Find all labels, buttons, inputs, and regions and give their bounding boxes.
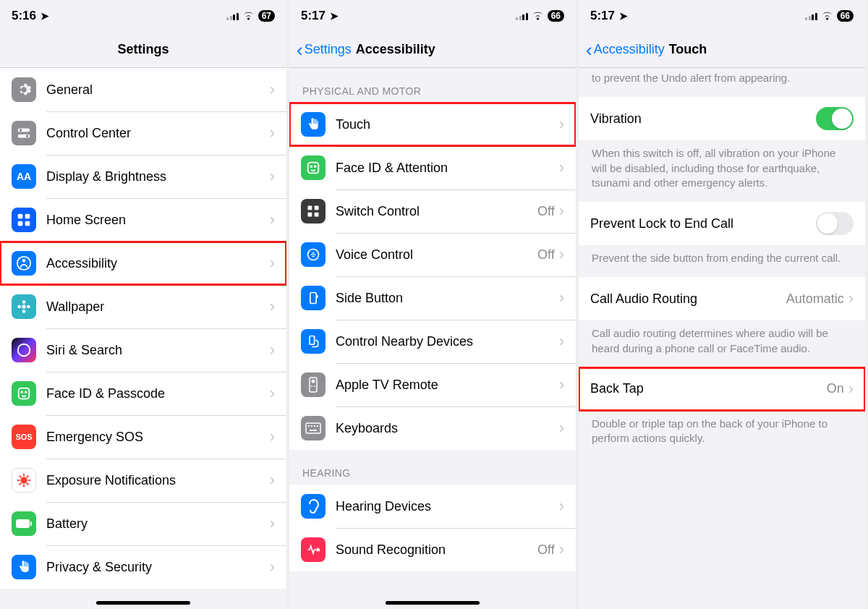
svg-rect-36 — [315, 213, 319, 217]
chevron-right-icon: › — [270, 80, 275, 99]
svg-point-8 — [17, 257, 30, 270]
row-label: General — [46, 82, 270, 98]
svg-point-3 — [26, 135, 29, 137]
home-indicator[interactable] — [386, 601, 480, 605]
switch-icon — [301, 199, 326, 223]
row-side-button[interactable]: Side Button› — [289, 276, 576, 320]
svg-point-32 — [315, 166, 316, 167]
status-bar: 5:17 ➤ 66 — [289, 0, 576, 32]
svg-point-19 — [20, 477, 27, 483]
toggle-prevent-lock[interactable] — [816, 212, 854, 235]
svg-rect-48 — [314, 425, 315, 427]
svg-point-43 — [311, 386, 312, 387]
row-value: On — [827, 381, 844, 396]
person-icon — [12, 251, 36, 276]
status-time: 5:17 — [301, 9, 326, 23]
row-apple-tv-remote[interactable]: Apple TV Remote› — [289, 363, 576, 406]
svg-rect-39 — [317, 295, 318, 298]
home-indicator[interactable] — [96, 601, 190, 605]
toggle-vibration[interactable] — [816, 107, 854, 130]
row-call-audio-routing[interactable]: Call Audio Routing Automatic › — [579, 277, 865, 320]
row-face-id-passcode[interactable]: Face ID & Passcode› — [0, 372, 286, 415]
chevron-right-icon: › — [270, 341, 275, 359]
touch-settings[interactable]: to prevent the Undo alert from appearing… — [579, 68, 865, 609]
svg-line-26 — [20, 483, 22, 485]
accessibility-list[interactable]: Physical and Motor Touch›Face ID & Atten… — [289, 68, 576, 609]
row-exposure-notifications[interactable]: Exposure Notifications› — [0, 459, 286, 502]
row-label: Keyboards — [336, 421, 559, 436]
row-vibration[interactable]: Vibration — [579, 97, 865, 140]
svg-rect-7 — [25, 221, 30, 226]
row-voice-control[interactable]: Voice ControlOff› — [289, 233, 576, 276]
SOS-icon: SOS — [12, 425, 36, 449]
row-control-center[interactable]: Control Center› — [0, 111, 286, 155]
kb-icon — [301, 416, 326, 440]
chevron-right-icon: › — [559, 202, 564, 221]
settings-list[interactable]: General›Control Center›AADisplay & Brigh… — [0, 68, 286, 609]
row-label: Privacy & Security — [46, 560, 270, 575]
chevron-left-icon: ‹ — [297, 41, 303, 59]
desc-back-tap: Double or triple tap on the back of your… — [579, 411, 865, 458]
row-keyboards[interactable]: Keyboards› — [289, 406, 576, 450]
chevron-right-icon: › — [559, 375, 564, 394]
section-hearing: Hearing — [289, 450, 576, 485]
section-physical-motor: Physical and Motor — [289, 68, 576, 103]
row-accessibility[interactable]: Accessibility› — [0, 242, 286, 285]
row-general[interactable]: General› — [0, 68, 286, 111]
row-siri-search[interactable]: Siri & Search› — [0, 328, 286, 372]
back-button[interactable]: ‹ Accessibility — [586, 41, 665, 59]
row-privacy-security[interactable]: Privacy & Security› — [0, 545, 286, 589]
svg-rect-47 — [311, 425, 312, 427]
row-label: Vibration — [590, 111, 816, 127]
row-label: Home Screen — [46, 213, 270, 228]
wifi-icon — [242, 10, 255, 22]
row-label: Side Button — [336, 291, 559, 306]
nav-bar: ‹ Accessibility Touch — [579, 32, 865, 68]
svg-point-15 — [18, 344, 30, 357]
row-label: Sound Recognition — [336, 542, 537, 558]
row-sound-recognition[interactable]: Sound RecognitionOff› — [289, 528, 576, 571]
row-label: Display & Brightness — [46, 169, 270, 184]
cellular-icon — [516, 12, 528, 20]
cellular-icon — [805, 12, 817, 20]
row-wallpaper[interactable]: Wallpaper› — [0, 285, 286, 328]
voice-icon — [301, 242, 326, 267]
row-label: Apple TV Remote — [336, 378, 559, 393]
chevron-right-icon: › — [270, 558, 275, 576]
virus-icon — [12, 468, 36, 493]
row-switch-control[interactable]: Switch ControlOff› — [289, 189, 576, 233]
row-label: Hearing Devices — [336, 499, 559, 514]
remote-icon — [301, 372, 326, 397]
chevron-right-icon: › — [270, 384, 275, 403]
batt-icon — [12, 511, 36, 536]
svg-point-44 — [314, 386, 315, 387]
row-control-nearby-devices[interactable]: Control Nearby Devices› — [289, 320, 576, 363]
row-label: Voice Control — [336, 247, 537, 263]
svg-point-51 — [317, 548, 319, 550]
battery-indicator: 66 — [548, 10, 564, 22]
row-back-tap[interactable]: Back Tap On › — [579, 367, 865, 411]
face-icon — [12, 381, 36, 406]
row-display-brightness[interactable]: AADisplay & Brightness› — [0, 155, 286, 198]
row-label: Battery — [46, 516, 270, 532]
row-value: Off — [537, 204, 555, 219]
row-emergency-sos[interactable]: SOSEmergency SOS› — [0, 415, 286, 459]
screen-touch: 5:17 ➤ 66 ‹ Accessibility Touch to preve… — [579, 0, 865, 609]
status-bar: 5:16 ➤ 67 — [0, 0, 286, 32]
row-hearing-devices[interactable]: Hearing Devices› — [289, 485, 576, 528]
row-face-id-attention[interactable]: Face ID & Attention› — [289, 146, 576, 189]
row-label: Back Tap — [590, 381, 827, 396]
screen-accessibility: 5:17 ➤ 66 ‹ Settings Accessibility Physi… — [289, 0, 576, 609]
chevron-right-icon: › — [559, 497, 564, 516]
row-battery[interactable]: Battery› — [0, 502, 286, 545]
row-value: Off — [537, 247, 555, 263]
row-prevent-lock[interactable]: Prevent Lock to End Call — [579, 202, 865, 245]
chevron-right-icon: › — [559, 115, 564, 134]
svg-rect-30 — [308, 163, 319, 174]
row-home-screen[interactable]: Home Screen› — [0, 198, 286, 242]
battery-indicator: 67 — [258, 10, 275, 22]
svg-line-25 — [27, 483, 29, 485]
back-button[interactable]: ‹ Settings — [297, 41, 352, 59]
row-touch[interactable]: Touch› — [289, 103, 576, 146]
svg-rect-34 — [315, 206, 319, 210]
